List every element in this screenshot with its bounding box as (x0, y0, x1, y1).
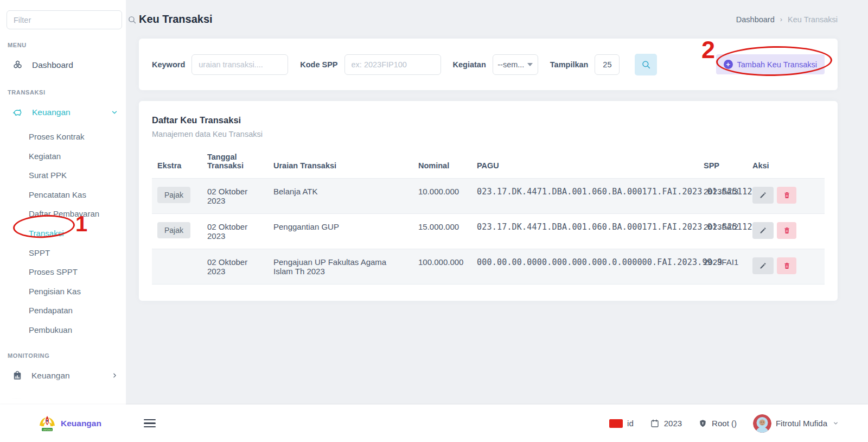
page-header: Keu Transaksi Dashboard › Keu Transaksi (139, 0, 838, 39)
table-row: Pajak 02 Oktober 2023 Penggantian GUP 15… (152, 214, 825, 249)
clipboard-chart-icon (12, 370, 23, 381)
sidebar-subitem-pembukuan[interactable]: Pembukuan (0, 320, 126, 340)
search-icon[interactable] (127, 15, 137, 24)
column-pagu: PAGU (471, 148, 698, 179)
year-value: 2023 (664, 419, 682, 428)
chevron-right-icon[interactable] (111, 372, 118, 379)
delete-button[interactable] (777, 222, 796, 239)
sidebar-item-label: Dashboard (32, 60, 73, 70)
cell-pagu: 000.00.00.0000.000.000.000.0.000000.FAI.… (471, 249, 698, 285)
column-tanggal-transaksi: Tanggal Transaksi (202, 148, 268, 179)
filter-bar: Keyword Kode SPP Kegiatan --sem... Tampi… (139, 39, 838, 90)
sidebar-subitem-surat-ppk[interactable]: Surat PPK (0, 166, 126, 185)
table-header-row: Ekstra Tanggal Transaksi Uraian Transaks… (152, 148, 825, 179)
cell-tanggal: 02 Oktober 2023 (202, 214, 268, 249)
sidebar-filter (7, 10, 119, 29)
sidebar-subitem-sppt[interactable]: SPPT (0, 243, 126, 263)
piggy-bank-icon (12, 107, 23, 118)
table-row: 02 Oktober 2023 Pengajuan UP Fakultas Ag… (152, 249, 825, 285)
search-icon (641, 60, 651, 70)
column-nominal: Nominal (413, 148, 471, 179)
sidebar-item-label: Keuangan (31, 371, 70, 381)
keyword-input[interactable] (192, 54, 288, 75)
trash-icon (783, 191, 791, 199)
transaksi-table: Ekstra Tanggal Transaksi Uraian Transaks… (152, 148, 825, 285)
chevron-down-icon (833, 420, 839, 426)
cell-tanggal: 02 Oktober 2023 (202, 179, 268, 214)
sidebar-subitem-transaksi[interactable]: Transaksi (0, 224, 126, 243)
user-name: Fitrotul Mufida (776, 419, 827, 428)
cell-pagu: 023.17.DK.4471.DBA.001.060.BA.000171.FAI… (471, 179, 698, 214)
breadcrumb-separator-icon: › (780, 15, 782, 23)
cell-nominal: 100.000.000 (413, 249, 471, 285)
delete-button[interactable] (777, 187, 796, 204)
brand-label: Keuangan (61, 419, 101, 428)
chevron-down-icon[interactable] (111, 109, 118, 116)
sidebar-section-menu: MENU (8, 42, 126, 48)
hamburger-menu-icon[interactable] (144, 419, 156, 428)
pencil-icon (759, 191, 767, 199)
role-indicator[interactable]: Root () (698, 419, 737, 428)
user-menu[interactable]: Fitrotul Mufida (753, 414, 839, 433)
sidebar-subitem-kegiatan[interactable]: Kegiatan (0, 147, 126, 166)
keuangan-submenu: Proses Kontrak Kegiatan Surat PPK Pencat… (0, 127, 126, 340)
unsika-logo: UNSIKA (38, 414, 56, 433)
avatar (753, 414, 771, 433)
table-row: Pajak 02 Oktober 2023 Belanja ATK 10.000… (152, 179, 825, 214)
column-aksi: Aksi (747, 148, 825, 179)
pencil-icon (759, 262, 767, 270)
sidebar-section-monitoring: MONITORING (8, 352, 126, 359)
sidebar-item-label: Keuangan (32, 108, 71, 117)
sidebar-filter-input[interactable] (7, 10, 122, 29)
breadcrumb-current: Keu Transaksi (788, 15, 838, 24)
search-button[interactable] (635, 54, 657, 75)
kode-spp-label: Kode SPP (300, 60, 337, 69)
trash-icon (783, 262, 791, 270)
pencil-icon (759, 226, 767, 235)
year-selector[interactable]: 2023 (650, 419, 682, 428)
sidebar-subitem-pengisian-kas[interactable]: Pengisian Kas (0, 282, 126, 301)
edit-button[interactable] (752, 222, 774, 239)
bottom-bar: UNSIKA Keuangan id 2023 Root () (0, 405, 868, 442)
tampilkan-label: Tampilkan (550, 60, 589, 69)
sidebar: MENU Dashboard TRANSAKSI Keuangan Proses… (0, 0, 126, 405)
kegiatan-select-value: --sem... (497, 60, 524, 69)
card-title: Daftar Keu Transaksi (152, 115, 825, 125)
sidebar-subitem-proses-sppt[interactable]: Proses SPPT (0, 262, 126, 282)
kode-spp-input[interactable] (344, 54, 441, 75)
tampilkan-input[interactable] (595, 54, 620, 75)
role-label: Root () (712, 419, 737, 428)
card-subtitle: Manajemen data Keu Transaksi (152, 130, 825, 138)
sidebar-subitem-daftar-pembayaran[interactable]: Daftar Pembayaran (0, 204, 126, 224)
kegiatan-label: Kegiatan (453, 60, 486, 69)
sidebar-section-transaksi: TRANSAKSI (8, 89, 126, 96)
sidebar-subitem-pendapatan[interactable]: Pendapatan (0, 301, 126, 320)
main-content: Keu Transaksi Dashboard › Keu Transaksi … (126, 0, 868, 405)
cell-uraian: Penggantian GUP (268, 214, 413, 249)
cell-pagu: 023.17.DK.4471.DBA.001.060.BA.000171.FAI… (471, 214, 698, 249)
plus-circle-icon: + (724, 60, 733, 69)
sidebar-subitem-proses-kontrak[interactable]: Proses Kontrak (0, 127, 126, 147)
cell-tanggal: 02 Oktober 2023 (202, 249, 268, 285)
cell-nominal: 15.000.000 (413, 214, 471, 249)
cubes-icon (12, 60, 23, 71)
edit-button[interactable] (752, 187, 774, 204)
breadcrumb: Dashboard › Keu Transaksi (736, 15, 838, 24)
sidebar-subitem-pencatatan-kas[interactable]: Pencatatan Kas (0, 185, 126, 205)
trash-icon (783, 226, 791, 235)
cell-uraian: Belanja ATK (268, 179, 413, 214)
tambah-keu-transaksi-button[interactable]: + Tambah Keu Transaksi (716, 54, 825, 74)
kegiatan-select[interactable]: --sem... (493, 54, 538, 75)
language-switcher[interactable]: id (609, 419, 634, 428)
sidebar-item-dashboard[interactable]: Dashboard (0, 54, 126, 77)
breadcrumb-dashboard[interactable]: Dashboard (736, 15, 775, 24)
delete-button[interactable] (777, 257, 796, 274)
sidebar-item-keuangan[interactable]: Keuangan (0, 101, 126, 124)
svg-text:UNSIKA: UNSIKA (42, 428, 52, 431)
app-brand[interactable]: UNSIKA Keuangan (38, 414, 101, 433)
column-ekstra: Ekstra (152, 148, 202, 179)
footer-right-group: id 2023 Root () (609, 414, 839, 433)
edit-button[interactable] (752, 257, 774, 274)
status-badge: Pajak (157, 222, 190, 238)
sidebar-item-monitoring-keuangan[interactable]: Keuangan (0, 364, 126, 387)
